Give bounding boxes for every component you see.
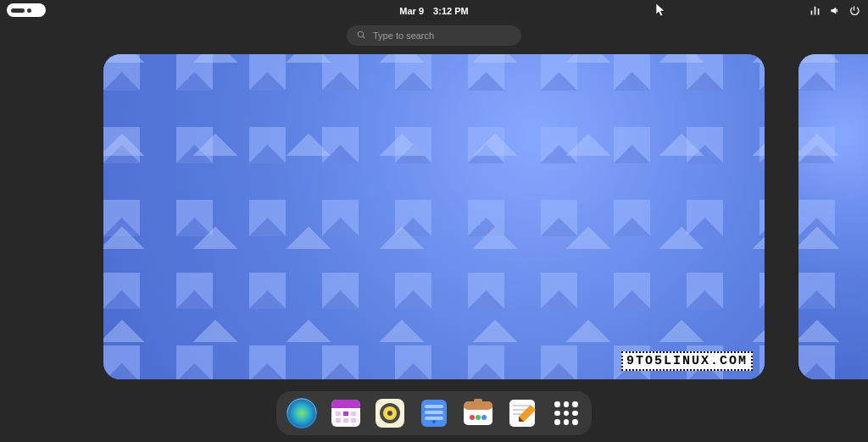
svg-rect-26 bbox=[513, 405, 530, 406]
svg-point-13 bbox=[387, 411, 392, 416]
activities-button[interactable] bbox=[7, 3, 46, 17]
app-files[interactable] bbox=[417, 396, 451, 430]
workspace-2[interactable] bbox=[798, 54, 868, 379]
svg-rect-21 bbox=[474, 399, 482, 406]
app-calendar[interactable] bbox=[329, 396, 363, 430]
svg-point-24 bbox=[481, 415, 487, 420]
wallpaper bbox=[103, 54, 765, 379]
search-icon bbox=[357, 30, 366, 41]
app-music-player[interactable] bbox=[373, 396, 407, 430]
search-bar[interactable]: Type to search bbox=[347, 25, 521, 46]
svg-rect-8 bbox=[343, 418, 348, 423]
svg-rect-16 bbox=[425, 411, 443, 414]
dash-dock bbox=[276, 391, 592, 435]
clock-date: Mar 9 bbox=[399, 6, 424, 16]
wallpaper bbox=[798, 54, 868, 379]
app-web-browser[interactable] bbox=[285, 396, 319, 430]
search-placeholder: Type to search bbox=[373, 30, 434, 41]
top-bar: Mar 9 3:12 PM bbox=[0, 0, 868, 22]
volume-icon bbox=[829, 5, 840, 18]
power-icon bbox=[849, 5, 860, 18]
svg-rect-15 bbox=[425, 405, 443, 408]
svg-rect-4 bbox=[336, 412, 341, 416]
app-software[interactable] bbox=[461, 396, 495, 430]
svg-rect-7 bbox=[336, 418, 341, 423]
svg-rect-5 bbox=[343, 412, 348, 416]
svg-point-18 bbox=[432, 420, 436, 423]
svg-point-0 bbox=[287, 398, 317, 428]
app-grid-icon bbox=[549, 396, 583, 430]
svg-point-22 bbox=[470, 415, 475, 420]
svg-rect-3 bbox=[331, 406, 360, 408]
app-grid-button[interactable] bbox=[549, 396, 583, 430]
svg-rect-6 bbox=[351, 412, 356, 416]
svg-rect-17 bbox=[425, 417, 443, 420]
clock-time: 3:12 PM bbox=[433, 6, 469, 16]
clock-button[interactable]: Mar 9 3:12 PM bbox=[399, 6, 468, 16]
watermark-text: 9TO5LINUX.COM bbox=[621, 351, 753, 371]
workspace-1[interactable]: 9TO5LINUX.COM bbox=[103, 54, 765, 379]
svg-rect-9 bbox=[351, 418, 356, 423]
network-icon bbox=[810, 5, 821, 18]
svg-point-23 bbox=[476, 415, 481, 420]
workspaces-overview: 9TO5LINUX.COM bbox=[0, 54, 868, 379]
app-text-editor[interactable] bbox=[505, 396, 539, 430]
status-area[interactable] bbox=[810, 0, 860, 22]
